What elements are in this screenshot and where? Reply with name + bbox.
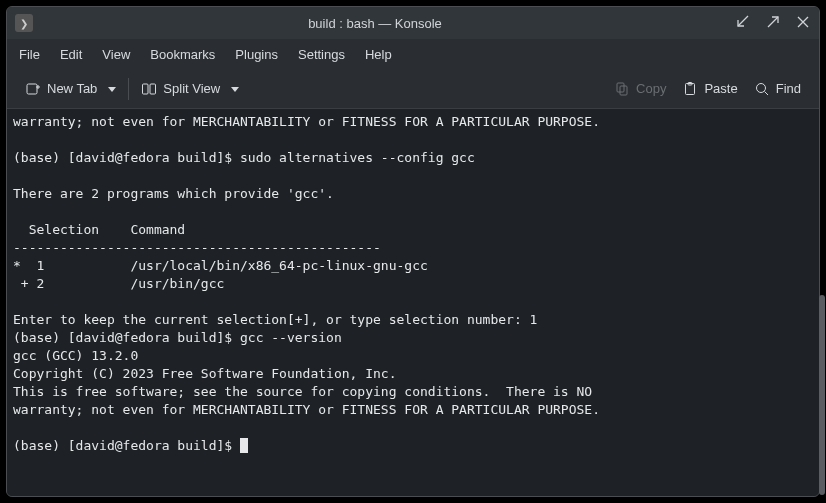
chevron-down-icon (226, 81, 239, 96)
app-icon (15, 14, 33, 32)
new-tab-button[interactable]: New Tab (17, 77, 124, 101)
window-title: build : bash — Konsole (41, 16, 735, 31)
titlebar[interactable]: build : bash — Konsole (7, 7, 819, 39)
paste-icon (682, 81, 698, 97)
copy-icon (614, 81, 630, 97)
svg-rect-2 (150, 84, 156, 94)
close-button[interactable] (795, 14, 811, 33)
menu-bookmarks[interactable]: Bookmarks (150, 47, 215, 62)
separator (128, 78, 129, 100)
scrollbar-thumb[interactable] (819, 295, 825, 495)
split-view-button[interactable]: Split View (133, 77, 247, 101)
minimize-icon (735, 14, 751, 30)
menu-plugins[interactable]: Plugins (235, 47, 278, 62)
menubar: File Edit View Bookmarks Plugins Setting… (7, 39, 819, 69)
menu-help[interactable]: Help (365, 47, 392, 62)
menu-file[interactable]: File (19, 47, 40, 62)
menu-view[interactable]: View (102, 47, 130, 62)
maximize-icon (765, 14, 781, 30)
close-icon (795, 14, 811, 30)
find-icon (754, 81, 770, 97)
new-tab-icon (25, 81, 41, 97)
svg-rect-0 (27, 84, 37, 94)
maximize-button[interactable] (765, 14, 781, 33)
split-view-label: Split View (163, 81, 220, 96)
paste-label: Paste (704, 81, 737, 96)
svg-point-7 (756, 83, 765, 92)
new-tab-label: New Tab (47, 81, 97, 96)
terminal-output[interactable]: warranty; not even for MERCHANTABILITY o… (7, 109, 819, 496)
window-controls (735, 14, 811, 33)
konsole-window: build : bash — Konsole File Edit View Bo… (6, 6, 820, 497)
svg-rect-1 (143, 84, 149, 94)
copy-button[interactable]: Copy (606, 77, 674, 101)
scrollbar[interactable] (817, 102, 825, 495)
menu-edit[interactable]: Edit (60, 47, 82, 62)
find-button[interactable]: Find (746, 77, 809, 101)
find-label: Find (776, 81, 801, 96)
menu-settings[interactable]: Settings (298, 47, 345, 62)
chevron-down-icon (103, 81, 116, 96)
toolbar: New Tab Split View Copy Paste Find (7, 69, 819, 109)
cursor (240, 438, 248, 453)
minimize-button[interactable] (735, 14, 751, 33)
paste-button[interactable]: Paste (674, 77, 745, 101)
split-view-icon (141, 81, 157, 97)
copy-label: Copy (636, 81, 666, 96)
